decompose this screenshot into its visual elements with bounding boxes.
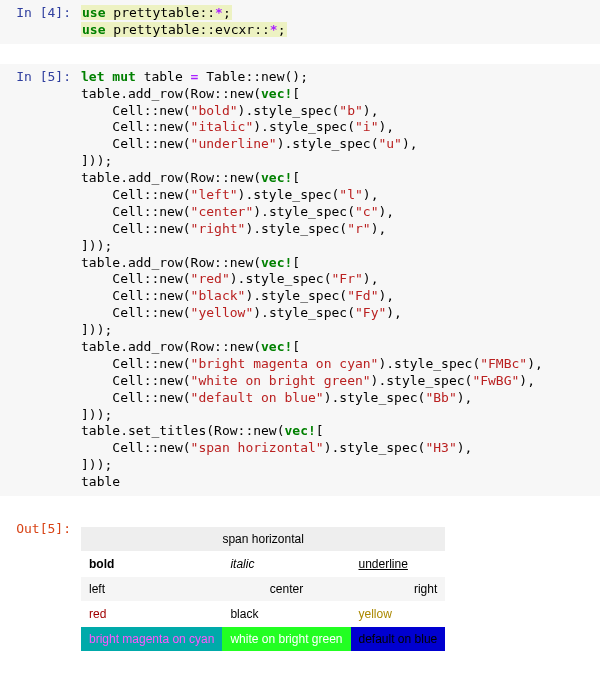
prompt-out-5: Out[5]: <box>9 521 81 652</box>
cell-bright-magenta-on-cyan: bright magenta on cyan <box>81 627 222 652</box>
cell-yellow: yellow <box>351 602 446 627</box>
cell-bold: bold <box>81 552 222 577</box>
code-area-4[interactable]: use prettytable::*; use prettytable::evc… <box>81 5 591 39</box>
cell-italic: italic <box>222 552 350 577</box>
table-row: bright magenta on cyan white on bright g… <box>81 627 445 652</box>
table-title-row: span horizontal <box>81 527 445 552</box>
cell-red: red <box>81 602 222 627</box>
prompt-in-4: In [4]: <box>9 5 81 39</box>
cell-white-on-bright-green: white on bright green <box>222 627 350 652</box>
cell-default-on-blue: default on blue <box>351 627 446 652</box>
table-row: left center right <box>81 577 445 602</box>
cell-right: right <box>351 577 446 602</box>
cell-left: left <box>81 577 222 602</box>
output-area-5: span horizontal bold italic underline le… <box>81 521 591 652</box>
cell-underline: underline <box>351 552 446 577</box>
cell-black: black <box>222 602 350 627</box>
code-4: use prettytable::*; use prettytable::evc… <box>81 5 591 39</box>
table-title: span horizontal <box>81 527 445 552</box>
output-cell-5: Out[5]: span horizontal bold italic unde… <box>0 516 600 657</box>
output-table: span horizontal bold italic underline le… <box>81 527 445 652</box>
table-row: red black yellow <box>81 602 445 627</box>
prompt-in-5: In [5]: <box>9 69 81 491</box>
code-area-5[interactable]: let mut table = Table::new(); table.add_… <box>81 69 591 491</box>
input-cell-5: In [5]: let mut table = Table::new(); ta… <box>0 64 600 496</box>
table-row: bold italic underline <box>81 552 445 577</box>
input-cell-4: In [4]: use prettytable::*; use prettyta… <box>0 0 600 44</box>
code-5: let mut table = Table::new(); table.add_… <box>81 69 591 491</box>
cell-center: center <box>222 577 350 602</box>
